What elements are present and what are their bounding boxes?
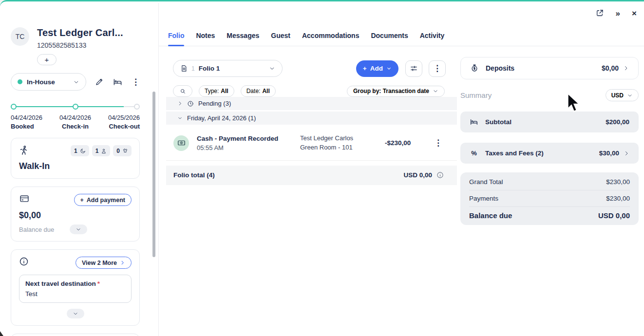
info-icon[interactable] xyxy=(436,171,444,179)
moon-icon xyxy=(80,148,86,154)
plus-icon: + xyxy=(363,65,367,72)
type-filter[interactable]: Type: All xyxy=(199,85,234,97)
deposits-card[interactable]: Deposits $0,00 xyxy=(460,57,639,79)
field-label: Next travel destination* xyxy=(25,280,125,287)
grand-total-row: Grand Total $230,00 xyxy=(469,174,630,190)
credit-card-icon xyxy=(19,194,30,204)
room-assignment-button[interactable] xyxy=(113,77,123,87)
date-filter[interactable]: Date: All xyxy=(241,85,276,97)
reservation-sidebar: TC Test Ledger Carl... 1205582585133 + I… xyxy=(0,3,159,336)
tab-messages[interactable]: Messages xyxy=(227,32,259,46)
details-expand-button[interactable] xyxy=(67,309,84,318)
chevron-right-icon xyxy=(624,150,629,156)
clock-icon xyxy=(187,100,194,107)
nights-badge: 1 xyxy=(71,145,89,156)
chevron-down-icon xyxy=(73,311,78,317)
balance-amount: $0,00 xyxy=(19,210,132,221)
chevron-down-icon xyxy=(76,226,81,232)
chevron-down-icon xyxy=(177,115,183,121)
tab-accommodations[interactable]: Accommodations xyxy=(302,32,359,46)
chevron-down-icon xyxy=(433,88,438,94)
taxes-amount: $30,00 xyxy=(599,149,619,157)
tab-folio[interactable]: Folio xyxy=(168,32,184,46)
info-icon xyxy=(19,257,29,266)
chevron-right-icon xyxy=(177,101,183,106)
booking-source-card: 1 1 0 Walk-In xyxy=(11,138,140,179)
chevron-down-icon xyxy=(386,66,392,71)
add-payment-button[interactable]: + Add payment xyxy=(74,194,132,206)
timeline-point-checkout xyxy=(134,104,140,110)
tab-guest[interactable]: Guest xyxy=(271,32,290,46)
folio-selector-label: Folio 1 xyxy=(199,65,265,72)
chevron-right-icon xyxy=(120,260,125,265)
search-icon xyxy=(180,88,186,94)
status-dropdown[interactable]: In-House xyxy=(11,73,86,91)
edit-reservation-button[interactable] xyxy=(95,77,104,86)
stay-timeline xyxy=(11,104,140,110)
timeline-progress xyxy=(13,106,124,107)
room-card: View 1 More STA(4) Dirty Standard Quadru… xyxy=(11,334,140,336)
payment-type-icon-wrap xyxy=(173,135,189,151)
group-header-date[interactable]: Friday, April 24, 2026 (1) xyxy=(166,112,457,125)
reservation-drawer: TC Test Ledger Carl... 1205582585133 + I… xyxy=(0,0,644,336)
chevron-right-icon xyxy=(623,65,629,71)
guest-name: Test Ledger Carl... xyxy=(37,27,123,38)
transaction-amount: -$230,00 xyxy=(385,139,430,147)
group-header-pending[interactable]: Pending (3) xyxy=(166,97,457,110)
guest-identity: Test Ledger Carl... 1205582585133 + xyxy=(37,27,123,65)
transaction-summary: Cash - Payment Recorded 05:55 AM xyxy=(197,135,300,151)
taxes-fees-card[interactable]: % Taxes and Fees (2) $30,00 xyxy=(460,143,639,164)
bed-icon xyxy=(470,118,478,126)
summary-heading: Summary xyxy=(460,91,492,99)
folio-total-label: Folio total (4) xyxy=(173,171,215,179)
summary-panel: Deposits $0,00 Summary USD Subtotal $200… xyxy=(460,57,639,225)
summary-header: Summary USD xyxy=(460,89,639,101)
field-value: Test xyxy=(25,290,125,298)
tab-notes[interactable]: Notes xyxy=(196,32,215,46)
pencil-icon xyxy=(95,77,104,86)
transaction-time: 05:55 AM xyxy=(197,144,300,151)
transaction-row[interactable]: Cash - Payment Recorded 05:55 AM Test Le… xyxy=(166,126,457,161)
chevron-down-icon xyxy=(73,79,79,85)
payment-card: + Add payment $0,00 Balance due xyxy=(11,187,140,242)
transaction-title: Cash - Payment Recorded xyxy=(197,135,300,142)
sidebar-scrollbar[interactable] xyxy=(152,92,155,257)
guest-details-card: View 2 More Next travel destination* Tes… xyxy=(11,249,140,326)
transaction-filters: Type: All Date: All Group by: Transactio… xyxy=(166,85,457,97)
balance-expand-button[interactable] xyxy=(70,224,87,234)
taxes-label: Taxes and Fees (2) xyxy=(485,149,544,157)
add-transaction-button[interactable]: + Add xyxy=(356,60,398,77)
totals-card: Grand Total $230,00 Payments $230,00 Bal… xyxy=(460,172,639,225)
currency-dropdown[interactable]: USD xyxy=(606,89,639,101)
tab-activity[interactable]: Activity xyxy=(420,32,445,46)
search-button[interactable] xyxy=(173,85,192,97)
subtotal-amount: $200,00 xyxy=(606,118,629,126)
timeline-labels: 04/24/2026 Booked 04/24/2026 Check-in 04… xyxy=(11,114,140,130)
folio-selector[interactable]: 1 Folio 1 xyxy=(173,60,283,77)
folio-document-icon xyxy=(180,65,188,72)
folio-filter-settings-button[interactable] xyxy=(405,60,422,77)
view-more-details-button[interactable]: View 2 More xyxy=(76,257,132,269)
folio-more-menu[interactable]: ⋮ xyxy=(429,60,446,77)
required-asterisk: * xyxy=(97,280,100,287)
subtotal-card: Subtotal $200,00 xyxy=(460,112,639,132)
transaction-more-menu[interactable]: ⋮ xyxy=(434,139,442,147)
occupancy-badges: 1 1 0 xyxy=(71,145,132,156)
balance-due-row: Balance due USD 0,00 xyxy=(469,207,630,224)
tab-documents[interactable]: Documents xyxy=(371,32,408,46)
sliders-icon xyxy=(410,64,418,73)
reservation-tabs: Folio Notes Messages Guest Accommodation… xyxy=(159,3,644,46)
status-dot-icon xyxy=(18,79,22,84)
avatar: TC xyxy=(11,27,29,46)
confirmation-number: 1205582585133 xyxy=(37,41,123,49)
money-bag-icon xyxy=(470,64,479,73)
add-tag-button[interactable]: + xyxy=(37,54,57,65)
reservation-more-menu[interactable]: ⋮ xyxy=(132,78,140,86)
status-label: In-House xyxy=(27,78,69,86)
folio-total-amount: USD 0,00 xyxy=(403,171,432,179)
guest-header: TC Test Ledger Carl... 1205582585133 + xyxy=(11,27,140,65)
group-by-dropdown[interactable]: Group by: Transaction date xyxy=(347,86,445,97)
balance-due-label: Balance due xyxy=(19,226,54,233)
adults-badge: 1 xyxy=(92,145,111,156)
travel-destination-field[interactable]: Next travel destination* Test xyxy=(19,275,132,303)
